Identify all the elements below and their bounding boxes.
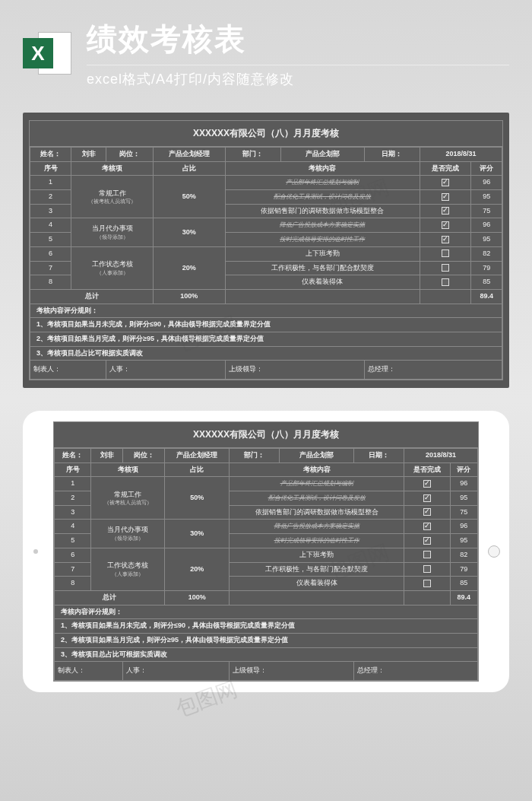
cell-content: 依据销售部门的调研数据做市场模型整合	[230, 505, 404, 520]
value-name: 刘非	[71, 148, 106, 162]
cell-done	[404, 577, 451, 591]
page-title: 绩效考核表	[87, 18, 509, 65]
cell-done	[404, 548, 451, 562]
cell-weight: 50%	[165, 477, 230, 520]
value-name: 刘非	[91, 449, 122, 463]
rule-line: 2、考核项目如果当月完成，则评分≥95，具体由领导根据完成质量界定分值	[55, 633, 478, 647]
cell-done	[420, 190, 471, 205]
cell-content: 降低广告投放成本方案确定实施	[225, 218, 420, 233]
value-position: 产品企划经理	[154, 148, 226, 162]
col-score: 评分	[450, 462, 477, 477]
label-date: 日期：	[364, 148, 420, 162]
cell-score: 95	[471, 190, 502, 205]
table-row: 1常规工作（被考核人员填写）50%产品部年终汇总规划与编制96	[55, 477, 478, 491]
cell-score: 95	[450, 491, 477, 506]
label-dept: 部门：	[230, 449, 280, 463]
table-row: 4当月代办事项（领导添加）30%降低广告投放成本方案确定实施96	[30, 218, 502, 233]
cell-content: 产品部年终汇总规划与编制	[225, 176, 420, 190]
table-row: 6工作状态考核（人事添加）20%上下班考勤82	[30, 246, 502, 261]
cell-seq: 6	[55, 548, 91, 562]
label-date: 日期：	[354, 449, 404, 463]
cell-score: 79	[471, 261, 502, 275]
assessment-table: 姓名：刘非岗位：产品企划经理部门：产品企划部日期：2018/8/31序号考核项占…	[54, 448, 478, 681]
sign-manager: 总经理：	[354, 662, 478, 681]
total-weight: 100%	[165, 590, 230, 605]
label-position: 岗位：	[122, 449, 164, 463]
label-name: 姓名：	[55, 449, 91, 463]
label-dept: 部门：	[225, 148, 280, 162]
tablet-home-button	[488, 545, 500, 558]
label-position: 岗位：	[106, 148, 154, 162]
cell-score: 82	[450, 548, 477, 562]
checkbox-icon	[442, 207, 449, 215]
cell-item: 工作状态考核（人事添加）	[91, 548, 165, 590]
cell-score: 96	[450, 477, 477, 491]
checkbox-icon	[442, 179, 449, 186]
cell-content: 依据销售部门的调研数据做市场模型整合	[225, 204, 420, 218]
cell-done	[404, 505, 451, 520]
cell-seq: 8	[55, 577, 91, 591]
value-date: 2018/8/31	[420, 148, 502, 162]
cell-item: 常规工作（被考核人员填写）	[71, 176, 154, 218]
sign-manager: 总经理：	[364, 361, 502, 380]
value-date: 2018/8/31	[404, 449, 478, 463]
rule-line: 2、考核项目如果当月完成，则评分≥95，具体由领导根据完成质量界定分值	[30, 332, 502, 346]
cell-done	[404, 562, 451, 577]
table-row: 4当月代办事项（领导添加）30%降低广告投放成本方案确定实施96	[55, 520, 478, 534]
cell-weight: 30%	[154, 218, 226, 246]
cell-score: 85	[450, 577, 477, 591]
checkbox-icon	[423, 480, 431, 488]
cell-content: 上下班考勤	[230, 548, 404, 562]
label-name: 姓名：	[30, 148, 71, 162]
checkbox-icon	[423, 537, 431, 545]
cell-score: 96	[471, 176, 502, 190]
cell-weight: 20%	[154, 246, 226, 289]
cell-seq: 1	[55, 477, 91, 491]
col-done: 是否完成	[420, 161, 471, 176]
cell-item: 当月代办事项（领导添加）	[91, 520, 165, 548]
checkbox-icon	[423, 580, 431, 587]
sign-hr: 人事：	[122, 662, 229, 681]
cell-seq: 2	[30, 190, 71, 205]
preview-sheet-desktop: XXXXXX有限公司（八）月月度考核姓名：刘非岗位：产品企划经理部门：产品企划部…	[23, 113, 509, 388]
col-weight: 占比	[154, 161, 226, 176]
cell-content: 按时完成领导安排的临时性工作	[225, 233, 420, 247]
cell-content: 工作积极性，与各部门配合默契度	[230, 562, 404, 577]
cell-seq: 7	[30, 261, 71, 275]
total-spacer	[225, 289, 420, 304]
cell-content: 仪表着装得体	[230, 577, 404, 591]
checkbox-icon	[442, 264, 449, 272]
cell-done	[420, 233, 471, 247]
cell-seq: 6	[30, 246, 71, 261]
value-dept: 产品企划部	[279, 449, 354, 463]
col-seq: 序号	[55, 462, 91, 477]
total-spacer2	[420, 289, 471, 304]
checkbox-icon	[442, 193, 449, 201]
cell-done	[404, 477, 451, 491]
cell-item: 常规工作（被考核人员填写）	[91, 477, 165, 520]
checkbox-icon	[442, 221, 449, 229]
cell-score: 82	[471, 246, 502, 261]
cell-done	[420, 204, 471, 218]
col-item: 考核项	[71, 161, 154, 176]
cell-content: 产品部年终汇总规划与编制	[230, 477, 404, 491]
cell-seq: 8	[30, 275, 71, 290]
cell-seq: 5	[30, 233, 71, 247]
cell-content: 配合优化工具测试，设计问卷及发放	[230, 491, 404, 506]
sign-maker: 制表人：	[30, 361, 106, 380]
checkbox-icon	[423, 494, 431, 502]
sign-maker: 制表人：	[55, 662, 123, 681]
cell-content: 工作积极性，与各部门配合默契度	[225, 261, 420, 275]
col-weight: 占比	[165, 462, 230, 477]
checkbox-icon	[423, 523, 431, 530]
cell-score: 85	[471, 275, 502, 290]
cell-content: 上下班考勤	[225, 246, 420, 261]
preview-sheet-tablet: XXXXXX有限公司（八）月月度考核姓名：刘非岗位：产品企划经理部门：产品企划部…	[23, 411, 509, 692]
cell-done	[420, 176, 471, 190]
cell-seq: 4	[30, 218, 71, 233]
cell-seq: 3	[30, 204, 71, 218]
header-bar: X 绩效考核表 excel格式/A4打印/内容随意修改	[0, 0, 532, 102]
sign-leader: 上级领导：	[225, 361, 364, 380]
cell-weight: 30%	[165, 520, 230, 548]
cell-seq: 2	[55, 491, 91, 506]
